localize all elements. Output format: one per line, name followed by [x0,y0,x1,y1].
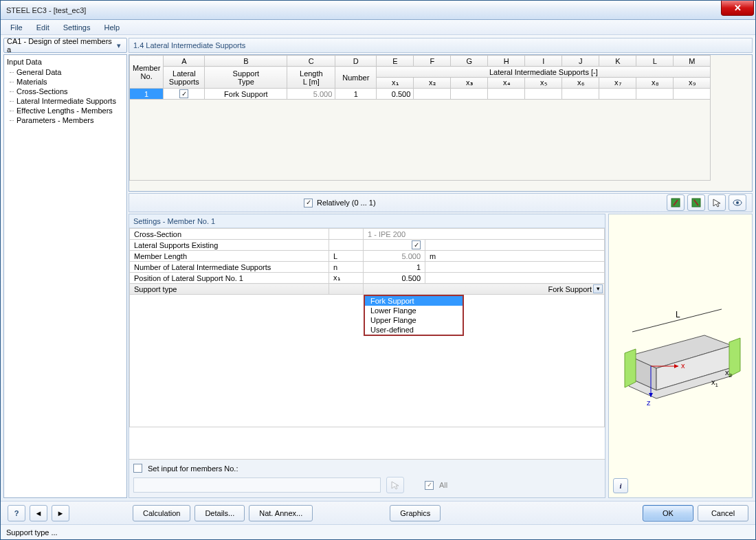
prop-pos-1[interactable]: Position of Lateral Support No. 1 x₁ 0.5… [130,273,605,284]
tree-item-lateral-supports[interactable]: Lateral Intermediate Supports [7,96,124,106]
col-x6[interactable]: x₆ [562,78,599,89]
checkbox-icon[interactable]: ✓ [412,240,421,249]
all-checkbox[interactable]: ✓ [425,481,434,490]
menu-file[interactable]: File [5,22,28,33]
cell-member-no[interactable]: 1 [130,89,164,100]
col-x7[interactable]: x₇ [599,78,636,89]
cell-number[interactable]: 1 [335,89,377,100]
checkbox-icon: ✓ [179,89,188,98]
col-letter[interactable]: H [488,56,525,67]
col-x3[interactable]: x₃ [451,78,488,89]
support-type-dropdown[interactable]: Fork Support ▾ [364,284,605,295]
menu-edit[interactable]: Edit [31,22,55,33]
dropdown-option[interactable]: Upper Flange [365,315,463,325]
col-number[interactable]: Number [335,67,377,89]
input-tree[interactable]: Input Data General Data Materials Cross-… [3,54,127,498]
col-letter[interactable]: A [164,56,205,67]
cell-length[interactable]: 5.000 [287,89,335,100]
view-button[interactable] [729,194,746,211]
prop-cross-section[interactable]: Cross-Section 1 - IPE 200 [130,229,605,240]
next-button[interactable]: ► [52,505,69,521]
import-excel-button[interactable] [687,194,705,211]
export-excel-button[interactable] [667,194,685,211]
col-letter[interactable]: K [599,56,636,67]
ok-button[interactable]: OK [643,505,693,521]
case-combo[interactable]: CA1 - Design of steel members a ▾ [3,38,127,53]
help-button[interactable]: ? [8,505,25,521]
cell-empty[interactable] [414,89,451,100]
col-x5[interactable]: x₅ [525,78,562,89]
col-x1[interactable]: x₁ [377,78,414,89]
col-x9[interactable]: x₉ [674,78,711,89]
beam-preview-icon: L x z x1 x2 [615,294,746,418]
col-x8[interactable]: x₈ [636,78,674,89]
tree-item-effective-lengths[interactable]: Effective Lengths - Members [7,106,124,115]
col-x2[interactable]: x₂ [414,78,451,89]
set-input-row: Set input for members No.: [129,459,605,477]
svg-text:x: x [681,361,685,370]
tree-root[interactable]: Input Data [7,56,124,67]
col-x4[interactable]: x₄ [488,78,525,89]
col-letter[interactable]: L [636,56,674,67]
calculation-button[interactable]: Calculation [133,505,190,521]
col-member-no[interactable]: MemberNo. [130,56,164,89]
cell-empty[interactable] [674,89,711,100]
svg-text:z: z [647,398,651,407]
prop-support-type[interactable]: Support type Fork Support ▾ [130,284,605,295]
menu-help[interactable]: Help [98,22,125,33]
col-length[interactable]: LengthL [m] [287,67,335,89]
pick-button[interactable] [708,194,726,211]
cell-empty[interactable] [451,89,488,100]
pick-member-button[interactable] [386,477,404,493]
dropdown-option[interactable]: Fork Support [365,296,463,306]
prop-lateral-existing[interactable]: Lateral Supports Existing ✓ [130,240,605,251]
set-input-checkbox[interactable] [133,464,142,473]
tree-item-materials[interactable]: Materials [7,77,124,87]
menu-settings[interactable]: Settings [58,22,96,33]
tree-item-general-data[interactable]: General Data [7,67,124,77]
lower-split: Settings - Member No. 1 Cross-Section 1 … [129,214,753,498]
col-letter[interactable]: F [414,56,451,67]
cell-empty[interactable] [562,89,599,100]
col-lateral-group[interactable]: Lateral Intermediate Supports [-] [377,67,711,78]
status-bar: Support type ... [1,524,755,539]
section-title: 1.4 Lateral Intermediate Supports [129,38,753,53]
cell-support-type[interactable]: Fork Support [205,89,287,100]
col-support-type[interactable]: SupportType [205,67,287,89]
set-input-field[interactable] [133,477,381,493]
tree-item-cross-sections[interactable]: Cross-Sections [7,87,124,96]
prop-member-length[interactable]: Member Length L 5.000 m [130,251,605,262]
cell-empty[interactable] [488,89,525,100]
col-letter[interactable]: M [674,56,711,67]
dropdown-option[interactable]: User-defined [365,325,463,335]
cell-empty[interactable] [525,89,562,100]
titlebar: STEEL EC3 - [test_ec3] ✕ [1,1,755,20]
dropdown-option[interactable]: Lower Flange [365,306,463,315]
cell-lateral-checkbox[interactable]: ✓ [164,89,205,100]
graphics-button[interactable]: Graphics [390,505,441,521]
col-letter[interactable]: B [205,56,287,67]
col-letter[interactable]: J [562,56,599,67]
prop-num-lis[interactable]: Number of Lateral Intermediate Supports … [130,262,605,273]
col-letter[interactable]: E [377,56,414,67]
tree-item-parameters-members[interactable]: Parameters - Members [7,115,124,125]
app-window: STEEL EC3 - [test_ec3] ✕ File Edit Setti… [0,0,756,540]
details-button[interactable]: Details... [194,505,245,521]
cancel-button[interactable]: Cancel [698,505,748,521]
relatively-checkbox[interactable]: ✓ [304,199,313,207]
support-type-popup[interactable]: Fork Support Lower Flange Upper Flange U… [364,295,464,336]
info-button[interactable]: i [613,478,628,493]
nat-annex-button[interactable]: Nat. Annex... [249,505,313,521]
prev-button[interactable]: ◄ [30,505,47,521]
cell-empty[interactable] [636,89,674,100]
cell-empty[interactable] [599,89,636,100]
col-letter[interactable]: G [451,56,488,67]
cell-x1[interactable]: 0.500 [377,89,414,100]
col-letter[interactable]: C [287,56,335,67]
col-letter[interactable]: I [525,56,562,67]
top-grid[interactable]: MemberNo. A B C D E F G H I J K L M [129,54,753,192]
table-row[interactable]: 1 ✓ Fork Support 5.000 1 0.500 [130,89,711,100]
close-button[interactable]: ✕ [721,1,754,16]
col-letter[interactable]: D [335,56,377,67]
col-lateral-supports[interactable]: LateralSupports [164,67,205,89]
